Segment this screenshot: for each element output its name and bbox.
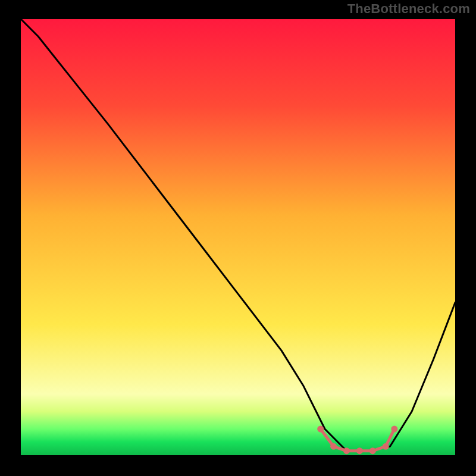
optimum-point	[391, 426, 397, 433]
plot-svg	[21, 19, 455, 455]
optimum-point	[369, 447, 376, 454]
optimum-point	[317, 426, 324, 433]
gradient-background	[21, 19, 455, 455]
optimum-point	[383, 443, 389, 450]
watermark-text: TheBottleneck.com	[347, 1, 470, 17]
optimum-point	[343, 447, 350, 454]
optimum-point	[330, 443, 337, 450]
chart-frame: TheBottleneck.com	[0, 0, 476, 476]
plot-area	[21, 19, 455, 455]
optimum-point	[356, 447, 363, 454]
